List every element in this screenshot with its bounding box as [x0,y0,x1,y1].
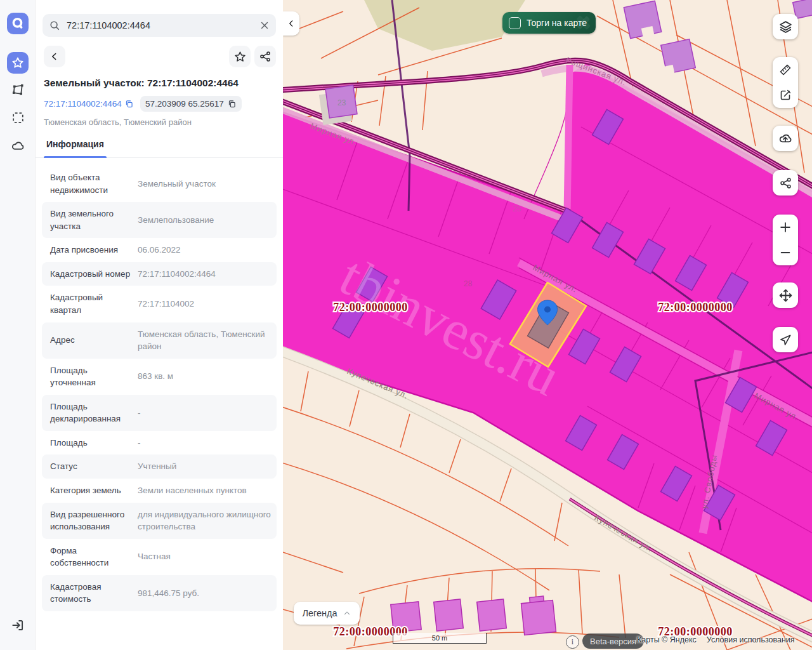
coordinates-chip[interactable]: 57.203909 65.25617 [140,96,242,112]
svg-text:25: 25 [513,204,521,213]
location-subtitle: Тюменская область, Тюменский район [44,117,275,127]
info-icon[interactable]: i [566,635,579,649]
share-icon [259,50,272,63]
detail-header [44,46,276,67]
star-icon [11,56,25,70]
layers-button[interactable] [773,14,798,39]
locate-me-button[interactable] [773,327,798,352]
measure-edit-control [773,57,798,108]
terms-of-use-link[interactable]: Условия использования [707,635,795,644]
tab-active-underline [44,156,107,158]
locate-control [773,327,798,352]
app-window: Земельный участок: 72:17:1104002:4464 72… [0,0,812,650]
gavel-icon [573,12,594,34]
back-icon [49,51,60,62]
legend-label: Легенда [302,608,337,618]
zoom-control [773,215,798,265]
beta-badge: Beta-версия [582,633,644,649]
table-row: Вид разрешенного использованиядля индиви… [42,503,277,539]
navigation-arrow-icon [779,333,792,347]
sidebar-item-cloud[interactable] [7,135,29,157]
move-icon [778,288,793,303]
cadastral-number-link[interactable]: 72:17:1104002:4464 [44,99,134,109]
search-bar [43,14,276,37]
table-row: Дата присвоения06.06.2022 [42,238,277,262]
login-icon [10,618,25,633]
cloud-icon [10,138,25,154]
table-row: Площадь уточненная863 кв. м [42,359,277,395]
cloud-upload-icon [778,131,793,146]
plus-icon [779,221,792,234]
table-row: Кадастровый номер72:17:1104002:4464 [42,262,277,286]
search-icon [49,20,60,31]
app-logo[interactable] [7,13,29,34]
maps-copyright: Карты © Яндекс [637,635,697,644]
page-title: Земельный участок: 72:17:1104002:4464 [44,77,275,89]
copy-icon[interactable] [124,99,134,109]
search-input[interactable] [65,20,254,31]
table-row: Вид земельного участкаЗемлепользование [42,202,277,238]
share-map-control [773,170,798,196]
edit-icon [778,88,792,102]
table-row: Вид объекта недвижимостиЗемельный участо… [42,166,277,202]
polygon-icon [11,83,25,97]
layers-icon [778,20,793,34]
coordinates-text: 57.203909 65.25617 [145,99,224,109]
minus-icon [779,246,792,259]
cloud-upload-button[interactable] [773,126,798,151]
table-row: Площадь- [42,431,277,455]
table-row: Форма собственностиЧастная [42,539,277,575]
dashed-select-icon [11,110,25,125]
tab-information[interactable]: Информация [44,139,107,157]
tab-information-label: Информация [46,139,104,149]
trades-on-map-button[interactable]: Торги на карте [502,12,596,34]
detail-panel: Земельный участок: 72:17:1104002:4464 72… [36,0,283,650]
ruler-button[interactable] [773,57,798,83]
attributes-table: Вид объекта недвижимостиЗемельный участо… [36,166,283,611]
share-button[interactable] [254,46,276,67]
ruler-icon [778,63,792,77]
sidebar-item-select-area[interactable] [7,107,29,128]
logo-icon [10,16,25,31]
zoom-in-button[interactable] [773,215,798,240]
layers-control [773,14,798,39]
share-icon [779,176,792,190]
copy-icon[interactable] [227,99,237,109]
svg-text:72:00:0000000: 72:00:0000000 [658,301,733,314]
svg-text:28: 28 [464,279,473,288]
svg-text:23: 23 [337,98,346,107]
table-row: СтатусУчтенный [42,454,277,479]
pan-control [773,282,798,308]
map-attribution: Карты © Яндекс Условия использования [637,635,795,644]
chevron-left-icon [287,19,296,28]
share-map-button[interactable] [773,170,798,196]
svg-text:72:00:0000000: 72:00:0000000 [333,301,408,314]
table-row: Кадастровая стоимость981,446.75 руб. [42,575,277,611]
collapse-panel-button[interactable] [283,11,299,36]
zoom-out-button[interactable] [773,240,798,265]
star-outline-icon [233,50,247,63]
back-button[interactable] [44,46,65,67]
upload-control [773,126,798,151]
legend-button[interactable]: Легенда [294,602,360,625]
chevron-up-icon [343,609,351,618]
cadastral-number-text: 72:17:1104002:4464 [44,99,122,109]
scale-label: 50 m [432,634,447,642]
sidebar-item-login[interactable] [7,614,29,636]
map-canvas[interactable]: tbinvest.ru Рощинская ул. Мирная ул. Мир… [283,0,812,650]
table-row: Категория земельЗемли населенных пунктов [42,479,277,503]
clear-search-icon[interactable] [259,20,270,30]
pan-button[interactable] [773,282,798,308]
favorite-button[interactable] [229,46,251,67]
trades-checkbox[interactable] [509,17,521,29]
chips-row: 72:17:1104002:4464 57.203909 65.25617 [44,96,275,112]
sidebar-item-favorites[interactable] [7,52,29,74]
sidebar-item-polygon[interactable] [7,79,29,100]
tabs: Информация [36,138,283,158]
icon-rail [0,0,36,650]
cadastral-map: tbinvest.ru Рощинская ул. Мирная ул. Мир… [283,0,812,650]
table-row: АдресТюменская область, Тюменский район [42,322,277,359]
table-row: Площадь декларированная- [42,395,277,431]
edit-button[interactable] [773,83,798,108]
map-scale-bar: 50 m [393,633,487,644]
